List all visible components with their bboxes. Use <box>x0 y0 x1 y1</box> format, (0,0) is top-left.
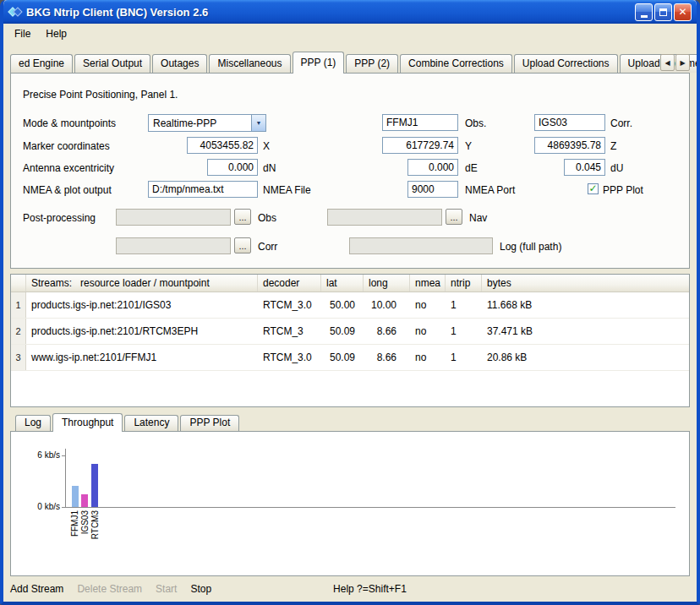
post-log-field <box>349 237 493 254</box>
marker-coordinates-label: Marker coordinates <box>23 140 110 152</box>
cell-mountpoint: products.igs-ip.net:2101/RTCM3EPH <box>26 319 258 344</box>
cell-lat: 50.09 <box>321 319 364 344</box>
chart-bar-ffmj1 <box>72 486 79 507</box>
nmea-file-label: NMEA File <box>263 184 311 196</box>
chart-bar-igs03 <box>81 494 88 507</box>
start-button: Start <box>156 583 177 595</box>
marker-z-field[interactable]: 4869395.78 <box>534 137 605 154</box>
bnc-window: BKG Ntrip Client (BNC) Version 2.6 ✕ Fil… <box>0 0 700 605</box>
chevron-right-icon: ▶ <box>680 59 685 67</box>
tab-feed-engine[interactable]: ed Engine <box>10 54 73 73</box>
marker-x-label: X <box>263 140 270 152</box>
cell-ntrip: 1 <box>446 345 482 370</box>
tab-combine-corrections[interactable]: Combine Corrections <box>400 54 512 73</box>
menu-help[interactable]: Help <box>38 25 74 42</box>
tab-serial-output[interactable]: Serial Output <box>74 54 150 73</box>
add-stream-button[interactable]: Add Stream <box>10 583 63 595</box>
minimize-button[interactable] <box>635 3 653 21</box>
obs-label: Obs. <box>465 117 486 129</box>
nmea-port-label: NMEA Port <box>465 184 515 196</box>
y-tick-bottom: 0 kb/s <box>23 502 60 511</box>
table-row[interactable]: 3 www.igs-ip.net:2101/FFMJ1 RTCM_3.0 50.… <box>11 345 689 371</box>
streams-table: Streams: resource loader / mountpoint de… <box>10 274 690 407</box>
chart-bar-rtcm3 <box>91 464 98 507</box>
monitor-tabbar: Log Throughput Latency PPP Plot <box>10 412 690 431</box>
close-button[interactable]: ✕ <box>674 3 692 21</box>
tab-latency[interactable]: Latency <box>124 415 178 431</box>
ppp-panel: Precise Point Positioning, Panel 1. Mode… <box>10 73 690 269</box>
tab-scroll-right-button[interactable]: ▶ <box>675 54 690 71</box>
close-icon: ✕ <box>678 7 686 17</box>
mode-mountpoints-label: Mode & mountpoints <box>23 117 116 129</box>
header-decoder: decoder <box>258 275 321 292</box>
header-long: long <box>364 275 410 292</box>
table-row[interactable]: 1 products.igs-ip.net:2101/IGS03 RTCM_3.… <box>11 292 689 319</box>
check-icon: ✓ <box>588 183 597 193</box>
cell-lat: 50.09 <box>321 345 364 370</box>
row-number: 1 <box>11 292 26 318</box>
tab-ppp-plot[interactable]: PPP Plot <box>180 415 239 431</box>
post-obs-browse-button[interactable]: ... <box>234 209 251 225</box>
tab-scroll-left-button[interactable]: ◀ <box>660 54 675 71</box>
antenna-de-label: dE <box>465 162 478 174</box>
row-number: 3 <box>11 345 26 370</box>
tab-miscellaneous[interactable]: Miscellaneous <box>209 54 290 73</box>
antenna-de-field[interactable]: 0.000 <box>407 159 458 176</box>
obs-mountpoint-field[interactable]: FFMJ1 <box>382 114 458 131</box>
post-log-label: Log (full path) <box>500 241 561 253</box>
tab-ppp-2[interactable]: PPP (2) <box>346 54 398 73</box>
marker-y-field[interactable]: 617729.74 <box>382 137 458 154</box>
cell-decoder: RTCM_3 <box>258 319 321 344</box>
minimize-icon <box>641 15 648 18</box>
antenna-du-field[interactable]: 0.045 <box>564 159 605 176</box>
post-nav-browse-button[interactable]: ... <box>446 209 462 225</box>
cell-bytes: 20.86 kB <box>482 345 689 370</box>
chevron-left-icon: ◀ <box>664 59 670 67</box>
stop-button[interactable]: Stop <box>190 583 211 595</box>
cell-long: 10.00 <box>364 292 410 318</box>
cell-ntrip: 1 <box>446 292 482 318</box>
marker-x-field[interactable]: 4053455.82 <box>187 137 258 154</box>
chevron-down-icon: ▼ <box>256 120 262 126</box>
y-tick-top: 6 kb/s <box>23 450 60 460</box>
cell-bytes: 37.471 kB <box>482 319 689 344</box>
chart-x-axis <box>65 507 675 508</box>
cell-mountpoint: www.igs-ip.net:2101/FFMJ1 <box>26 345 258 370</box>
cell-lat: 50.00 <box>321 292 364 318</box>
antenna-dn-field[interactable]: 0.000 <box>207 159 258 176</box>
cell-mountpoint: products.igs-ip.net:2101/IGS03 <box>26 292 258 318</box>
table-row[interactable]: 2 products.igs-ip.net:2101/RTCM3EPH RTCM… <box>11 319 689 345</box>
titlebar[interactable]: BKG Ntrip Client (BNC) Version 2.6 ✕ <box>3 0 697 24</box>
panel-title: Precise Point Positioning, Panel 1. <box>23 89 178 101</box>
tab-log[interactable]: Log <box>15 415 51 431</box>
ppp-plot-label: PPP Plot <box>603 184 643 196</box>
nmea-port-field[interactable]: 9000 <box>407 181 458 198</box>
header-bytes: bytes <box>482 275 689 292</box>
tab-outages[interactable]: Outages <box>152 54 207 73</box>
combo-dropdown-button[interactable]: ▼ <box>251 115 265 131</box>
maximize-button[interactable] <box>654 3 672 21</box>
delete-stream-button: Delete Stream <box>77 583 142 595</box>
cell-nmea: no <box>410 292 446 318</box>
marker-z-label: Z <box>610 140 616 152</box>
header-mountpoint: Streams: resource loader / mountpoint <box>26 275 258 292</box>
cell-nmea: no <box>410 319 446 344</box>
tab-ppp-1[interactable]: PPP (1) <box>293 52 345 74</box>
post-nav-label: Nav <box>469 212 487 224</box>
post-corr-label: Corr <box>258 241 277 253</box>
app-icon <box>8 5 22 19</box>
cell-bytes: 11.668 kB <box>482 292 689 318</box>
ppp-plot-checkbox[interactable]: ✓ <box>588 183 599 194</box>
marker-y-label: Y <box>465 140 472 152</box>
nmea-file-field[interactable]: D:/tmp/nmea.txt <box>148 181 258 198</box>
menu-file[interactable]: File <box>7 25 38 42</box>
tab-upload-corrections[interactable]: Upload Corrections <box>514 54 618 73</box>
tab-throughput[interactable]: Throughput <box>52 413 123 432</box>
x-label-rtcm3: RTCM3 <box>90 510 100 539</box>
mode-select[interactable]: Realtime-PPP ▼ <box>148 114 266 132</box>
antenna-dn-label: dN <box>263 162 276 174</box>
post-corr-browse-button[interactable]: ... <box>234 237 251 253</box>
corr-mountpoint-field[interactable]: IGS03 <box>534 114 605 131</box>
menubar: File Help <box>3 24 697 44</box>
antenna-excentricity-label: Antenna excentricity <box>23 162 114 174</box>
